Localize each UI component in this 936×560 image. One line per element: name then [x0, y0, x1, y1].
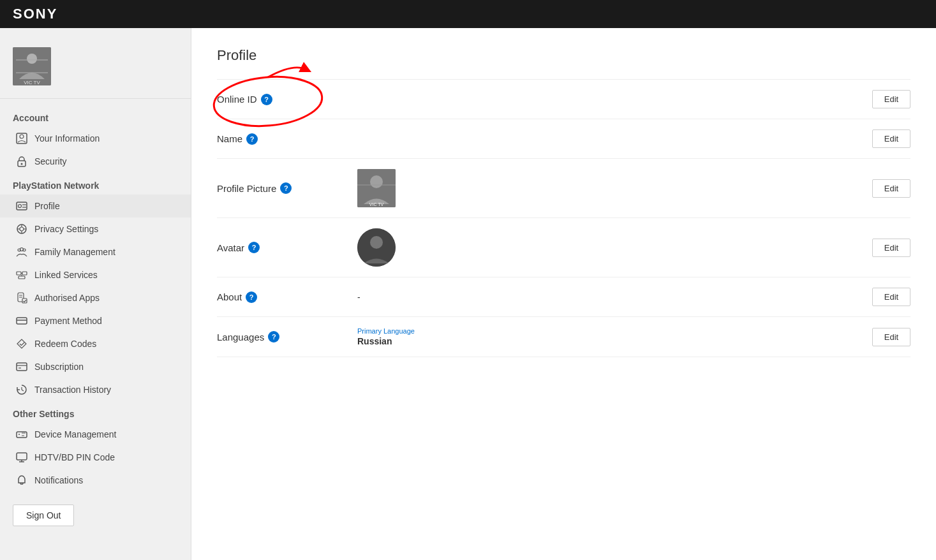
- profile-row-online-id: Online ID ? Edit: [217, 79, 910, 119]
- other-settings-label: Other Settings: [0, 401, 191, 423]
- about-text: About: [217, 291, 242, 302]
- sidebar-item-authorised-apps-label: Authorised Apps: [34, 293, 100, 303]
- sidebar-item-payment-method-label: Payment Method: [34, 316, 102, 326]
- sidebar-item-subscription[interactable]: Subscription: [0, 355, 191, 378]
- linked-services-icon: [15, 269, 28, 281]
- sidebar-item-privacy-settings[interactable]: Privacy Settings: [0, 217, 191, 240]
- languages-value: Primary Language Russian: [345, 327, 872, 346]
- profile-picture-edit-button[interactable]: Edit: [872, 179, 910, 198]
- svg-point-55: [370, 236, 383, 249]
- avatar-value: [345, 228, 872, 267]
- profile-picture-edit: Edit: [872, 179, 910, 198]
- svg-point-40: [19, 434, 20, 435]
- sidebar: VIC TV Account Your Information: [0, 28, 191, 560]
- about-edit: Edit: [872, 288, 910, 306]
- online-id-help-icon[interactable]: ?: [261, 94, 272, 105]
- name-edit-button[interactable]: Edit: [872, 129, 910, 148]
- name-label: Name ?: [217, 133, 345, 145]
- sidebar-item-hdtv-pin-label: HDTV/BD PIN Code: [34, 452, 115, 462]
- person-icon: [15, 132, 28, 145]
- sidebar-item-profile[interactable]: Profile: [0, 195, 191, 217]
- sidebar-item-family-management-label: Family Management: [34, 247, 115, 257]
- redeem-icon: [15, 337, 28, 350]
- sidebar-item-linked-services-label: Linked Services: [34, 270, 98, 280]
- history-icon: [15, 383, 28, 396]
- languages-text: Languages: [217, 332, 264, 343]
- sidebar-item-notifications-label: Notifications: [34, 475, 83, 485]
- avatar-edit: Edit: [872, 239, 910, 257]
- privacy-icon: [15, 223, 28, 235]
- profile-row-name: Name ? Edit: [217, 119, 910, 159]
- profile-row-languages: Languages ? Primary Language Russian Edi…: [217, 317, 910, 357]
- profile-picture-value: VIC TV: [345, 169, 872, 207]
- main-content: Profile Online ID ? Edit: [191, 28, 936, 560]
- svg-rect-30: [22, 298, 27, 303]
- name-text: Name: [217, 133, 242, 144]
- online-id-edit: Edit: [872, 90, 910, 108]
- primary-language-label: Primary Language: [357, 327, 859, 335]
- svg-line-37: [22, 390, 24, 391]
- account-section-label: Account: [0, 105, 191, 127]
- sidebar-item-linked-services[interactable]: Linked Services: [0, 263, 191, 286]
- name-help-icon[interactable]: ?: [246, 133, 258, 145]
- psn-section-label: PlayStation Network: [0, 173, 191, 195]
- avatar-image: [357, 228, 396, 267]
- profile-picture-text: Profile Picture: [217, 183, 276, 194]
- name-edit: Edit: [872, 129, 910, 148]
- sidebar-item-hdtv-pin[interactable]: HDTV/BD PIN Code: [0, 446, 191, 469]
- languages-label: Languages ?: [217, 331, 345, 343]
- sidebar-item-security[interactable]: Security: [0, 150, 191, 173]
- page-layout: VIC TV Account Your Information: [0, 28, 936, 560]
- profile-row-profile-picture: Profile Picture ? VIC TV Edit: [217, 159, 910, 218]
- top-bar: SONY: [0, 0, 936, 28]
- svg-point-14: [20, 227, 24, 231]
- svg-point-51: [370, 175, 383, 188]
- sign-out-section: Sign Out: [13, 505, 178, 526]
- sidebar-item-privacy-settings-label: Privacy Settings: [34, 224, 98, 234]
- sidebar-item-security-label: Security: [34, 156, 67, 166]
- sidebar-avatar-section: VIC TV: [0, 41, 191, 99]
- page-title: Profile: [217, 47, 910, 64]
- sidebar-item-your-information[interactable]: Your Information: [0, 127, 191, 150]
- online-id-edit-button[interactable]: Edit: [872, 90, 910, 108]
- sidebar-item-your-information-label: Your Information: [34, 133, 100, 144]
- svg-rect-43: [17, 453, 27, 460]
- sidebar-item-redeem-codes-label: Redeem Codes: [34, 339, 96, 349]
- sign-out-button[interactable]: Sign Out: [13, 505, 74, 526]
- family-icon: [15, 246, 28, 258]
- sony-logo: SONY: [13, 6, 57, 22]
- sidebar-item-transaction-history[interactable]: Transaction History: [0, 378, 191, 401]
- sidebar-item-subscription-label: Subscription: [34, 362, 84, 372]
- languages-edit-button[interactable]: Edit: [872, 328, 910, 346]
- avatar-edit-button[interactable]: Edit: [872, 239, 910, 257]
- languages-help-icon[interactable]: ?: [268, 331, 279, 343]
- online-id-label: Online ID ?: [217, 94, 345, 105]
- avatar-help-icon[interactable]: ?: [248, 242, 260, 253]
- profile-picture-help-icon[interactable]: ?: [280, 182, 292, 194]
- about-edit-button[interactable]: Edit: [872, 288, 910, 306]
- svg-rect-23: [22, 272, 27, 275]
- svg-rect-25: [19, 276, 25, 279]
- profile-icon: [15, 200, 28, 212]
- sidebar-avatar-image: VIC TV: [13, 47, 51, 85]
- svg-rect-31: [17, 318, 27, 324]
- bell-icon: [15, 474, 28, 487]
- svg-point-1: [27, 54, 37, 64]
- svg-point-6: [20, 135, 24, 138]
- avatar-label: Avatar ?: [217, 242, 345, 253]
- monitor-icon: [15, 451, 28, 464]
- online-id-text: Online ID: [217, 94, 257, 105]
- subscription-icon: [15, 360, 28, 373]
- svg-rect-22: [17, 272, 21, 275]
- payment-icon: [15, 314, 28, 327]
- sidebar-item-authorised-apps[interactable]: Authorised Apps: [0, 286, 191, 309]
- svg-text:VIC TV: VIC TV: [369, 202, 384, 207]
- sidebar-item-family-management[interactable]: Family Management: [0, 240, 191, 263]
- sidebar-item-redeem-codes[interactable]: Redeem Codes: [0, 332, 191, 355]
- about-help-icon[interactable]: ?: [246, 291, 257, 303]
- svg-point-8: [21, 163, 23, 165]
- sidebar-item-payment-method[interactable]: Payment Method: [0, 309, 191, 332]
- sidebar-item-device-management-label: Device Management: [34, 429, 116, 439]
- sidebar-item-device-management[interactable]: Device Management: [0, 423, 191, 446]
- sidebar-item-notifications[interactable]: Notifications: [0, 469, 191, 492]
